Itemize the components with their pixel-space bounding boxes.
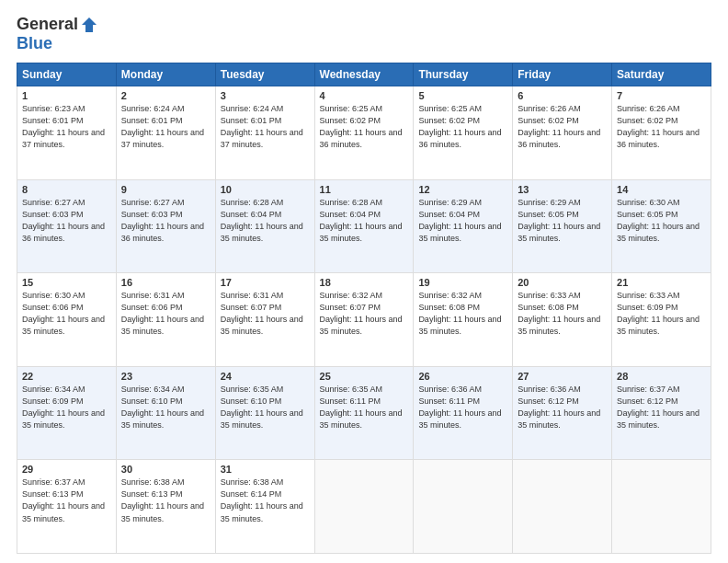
day-info: Sunrise: 6:34 AMSunset: 6:10 PMDaylight:… [121,385,204,430]
day-info: Sunrise: 6:28 AMSunset: 6:04 PMDaylight:… [221,198,303,243]
day-number: 7 [617,90,706,101]
page: General Blue SundayMondayTuesdayWednesda… [0,0,728,563]
day-number: 2 [121,90,210,101]
calendar-day-cell: 23Sunrise: 6:34 AMSunset: 6:10 PMDayligh… [116,366,215,460]
day-info: Sunrise: 6:27 AMSunset: 6:03 PMDaylight:… [121,198,204,243]
calendar-day-cell [314,460,414,554]
calendar-day-header: Saturday [612,63,711,86]
day-info: Sunrise: 6:25 AMSunset: 6:02 PMDaylight:… [418,104,501,149]
calendar-day-cell: 31Sunrise: 6:38 AMSunset: 6:14 PMDayligh… [215,460,314,554]
calendar-day-cell: 6Sunrise: 6:26 AMSunset: 6:02 PMDaylight… [513,86,612,180]
day-info: Sunrise: 6:30 AMSunset: 6:05 PMDaylight:… [617,198,700,243]
day-info: Sunrise: 6:32 AMSunset: 6:07 PMDaylight:… [320,291,403,336]
day-number: 29 [22,464,111,475]
calendar-day-cell: 22Sunrise: 6:34 AMSunset: 6:09 PMDayligh… [17,366,117,460]
calendar-day-cell: 25Sunrise: 6:35 AMSunset: 6:11 PMDayligh… [314,366,414,460]
day-number: 22 [22,371,111,382]
logo-icon [80,16,98,34]
day-info: Sunrise: 6:35 AMSunset: 6:11 PMDaylight:… [320,385,403,430]
logo: General Blue [17,15,98,53]
day-number: 4 [320,90,409,101]
day-info: Sunrise: 6:34 AMSunset: 6:09 PMDaylight:… [22,385,105,430]
day-number: 17 [221,277,310,288]
day-number: 25 [320,371,409,382]
day-info: Sunrise: 6:33 AMSunset: 6:09 PMDaylight:… [617,291,700,336]
day-number: 9 [121,184,210,195]
logo-blue-text: Blue [17,34,52,53]
day-info: Sunrise: 6:29 AMSunset: 6:05 PMDaylight:… [518,198,600,243]
calendar-week-row: 1Sunrise: 6:23 AMSunset: 6:01 PMDaylight… [17,86,711,180]
day-number: 28 [617,371,706,382]
calendar-day-cell: 19Sunrise: 6:32 AMSunset: 6:08 PMDayligh… [414,273,513,367]
calendar-day-cell: 20Sunrise: 6:33 AMSunset: 6:08 PMDayligh… [513,273,612,367]
day-info: Sunrise: 6:38 AMSunset: 6:13 PMDaylight:… [121,477,204,523]
calendar-day-cell: 17Sunrise: 6:31 AMSunset: 6:07 PMDayligh… [215,273,314,367]
calendar-day-cell: 29Sunrise: 6:37 AMSunset: 6:13 PMDayligh… [17,460,117,554]
calendar-day-cell: 18Sunrise: 6:32 AMSunset: 6:07 PMDayligh… [314,273,414,367]
calendar-day-cell: 21Sunrise: 6:33 AMSunset: 6:09 PMDayligh… [612,273,711,367]
day-number: 8 [22,184,111,195]
day-info: Sunrise: 6:31 AMSunset: 6:07 PMDaylight:… [221,291,303,336]
calendar-header-row: SundayMondayTuesdayWednesdayThursdayFrid… [17,63,711,86]
day-number: 27 [518,371,607,382]
svg-marker-0 [82,17,97,32]
day-info: Sunrise: 6:32 AMSunset: 6:08 PMDaylight:… [418,291,501,336]
day-number: 14 [617,184,706,195]
calendar-day-cell: 8Sunrise: 6:27 AMSunset: 6:03 PMDaylight… [17,179,117,273]
day-number: 16 [121,277,210,288]
calendar-day-cell [612,460,711,554]
day-number: 3 [221,90,310,101]
calendar-day-cell: 14Sunrise: 6:30 AMSunset: 6:05 PMDayligh… [612,179,711,273]
calendar-day-cell: 3Sunrise: 6:24 AMSunset: 6:01 PMDaylight… [215,86,314,180]
day-number: 18 [320,277,409,288]
calendar-week-row: 15Sunrise: 6:30 AMSunset: 6:06 PMDayligh… [17,273,711,367]
day-info: Sunrise: 6:33 AMSunset: 6:08 PMDaylight:… [518,291,600,336]
calendar-day-cell: 24Sunrise: 6:35 AMSunset: 6:10 PMDayligh… [215,366,314,460]
day-info: Sunrise: 6:24 AMSunset: 6:01 PMDaylight:… [221,104,303,149]
day-number: 26 [418,371,507,382]
calendar-day-cell: 30Sunrise: 6:38 AMSunset: 6:13 PMDayligh… [116,460,215,554]
day-number: 5 [418,90,507,101]
day-number: 15 [22,277,111,288]
day-number: 31 [221,464,310,475]
calendar-day-cell [513,460,612,554]
day-info: Sunrise: 6:35 AMSunset: 6:10 PMDaylight:… [221,385,303,430]
day-info: Sunrise: 6:26 AMSunset: 6:02 PMDaylight:… [617,104,700,149]
day-number: 21 [617,277,706,288]
day-info: Sunrise: 6:28 AMSunset: 6:04 PMDaylight:… [320,198,403,243]
day-info: Sunrise: 6:23 AMSunset: 6:01 PMDaylight:… [22,104,105,149]
day-info: Sunrise: 6:37 AMSunset: 6:12 PMDaylight:… [617,385,700,430]
day-number: 12 [418,184,507,195]
calendar-day-cell: 5Sunrise: 6:25 AMSunset: 6:02 PMDaylight… [414,86,513,180]
calendar-day-cell: 12Sunrise: 6:29 AMSunset: 6:04 PMDayligh… [414,179,513,273]
day-info: Sunrise: 6:27 AMSunset: 6:03 PMDaylight:… [22,198,105,243]
day-info: Sunrise: 6:30 AMSunset: 6:06 PMDaylight:… [22,291,105,336]
calendar-day-cell: 10Sunrise: 6:28 AMSunset: 6:04 PMDayligh… [215,179,314,273]
day-number: 10 [221,184,310,195]
calendar-day-cell: 4Sunrise: 6:25 AMSunset: 6:02 PMDaylight… [314,86,414,180]
calendar-day-cell: 1Sunrise: 6:23 AMSunset: 6:01 PMDaylight… [17,86,117,180]
day-info: Sunrise: 6:24 AMSunset: 6:01 PMDaylight:… [121,104,204,149]
calendar-week-row: 29Sunrise: 6:37 AMSunset: 6:13 PMDayligh… [17,460,711,554]
day-info: Sunrise: 6:36 AMSunset: 6:12 PMDaylight:… [518,385,600,430]
day-number: 20 [518,277,607,288]
day-info: Sunrise: 6:25 AMSunset: 6:02 PMDaylight:… [320,104,403,149]
calendar-day-cell [414,460,513,554]
calendar-day-cell: 28Sunrise: 6:37 AMSunset: 6:12 PMDayligh… [612,366,711,460]
day-info: Sunrise: 6:31 AMSunset: 6:06 PMDaylight:… [121,291,204,336]
calendar-day-header: Friday [513,63,612,86]
calendar-day-cell: 15Sunrise: 6:30 AMSunset: 6:06 PMDayligh… [17,273,117,367]
day-number: 19 [418,277,507,288]
calendar-day-header: Tuesday [215,63,314,86]
day-number: 24 [221,371,310,382]
day-info: Sunrise: 6:37 AMSunset: 6:13 PMDaylight:… [22,477,105,523]
calendar-day-header: Sunday [17,63,117,86]
day-number: 13 [518,184,607,195]
day-info: Sunrise: 6:26 AMSunset: 6:02 PMDaylight:… [518,104,600,149]
calendar-day-cell: 2Sunrise: 6:24 AMSunset: 6:01 PMDaylight… [116,86,215,180]
day-number: 1 [22,90,111,101]
logo-general-text: General [17,15,78,34]
calendar-day-cell: 16Sunrise: 6:31 AMSunset: 6:06 PMDayligh… [116,273,215,367]
calendar-table: SundayMondayTuesdayWednesdayThursdayFrid… [17,63,711,554]
day-number: 30 [121,464,210,475]
